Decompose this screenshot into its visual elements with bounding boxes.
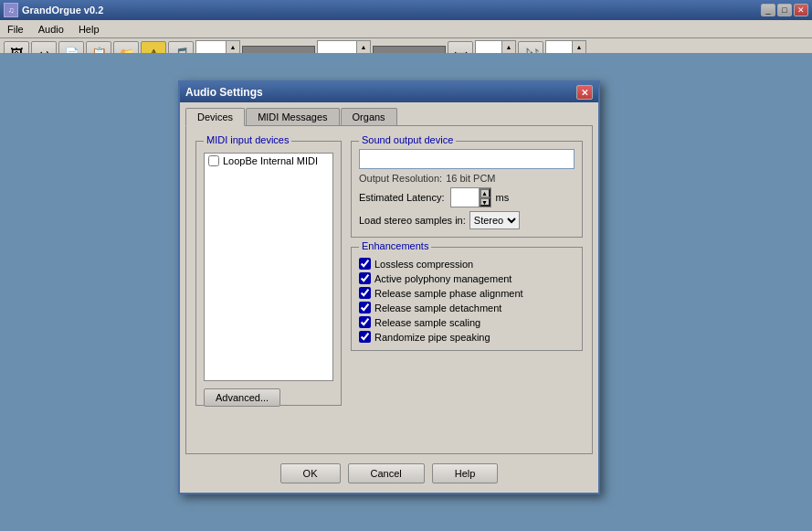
output-resolution-row: Output Resolution: 16 bit PCM <box>359 173 575 184</box>
enhancements-group: Enhancements Lossless compression Active… <box>351 247 583 351</box>
output-resolution-label: Output Resolution: <box>359 173 442 184</box>
maximize-button[interactable]: □ <box>777 4 792 16</box>
two-column-layout: MIDI input devices LoopBe Internal MIDI … <box>195 135 583 406</box>
latency-input[interactable]: 15 <box>451 188 479 207</box>
window-controls: _ □ ✕ <box>761 4 808 16</box>
tabs-container: Devices MIDI Messages Organs <box>180 102 598 125</box>
audio-settings-dialog: Audio Settings ✕ Devices MIDI Messages O… <box>178 80 600 494</box>
main-area: Audio Settings ✕ Devices MIDI Messages O… <box>0 53 812 531</box>
cancel-button[interactable]: Cancel <box>348 463 425 483</box>
tab-organs[interactable]: Organs <box>341 108 397 125</box>
latency-spinner: 15 ▲ ▼ <box>450 187 491 207</box>
polyphony-checkbox[interactable] <box>359 272 371 284</box>
lossless-label: Lossless compression <box>374 259 473 270</box>
advanced-button[interactable]: Advanced... <box>204 388 280 407</box>
menu-bar: File Audio Help <box>0 20 812 38</box>
midi-group-label: MIDI input devices <box>204 134 291 145</box>
loopbe-checkbox[interactable] <box>208 155 219 166</box>
scaling-checkbox[interactable] <box>359 316 371 328</box>
dialog-buttons: OK Cancel Help <box>180 454 598 493</box>
phase-alignment-label: Release sample phase alignment <box>374 288 523 299</box>
latency-spin-arrows: ▲ ▼ <box>479 188 490 207</box>
randomize-checkbox[interactable] <box>359 331 371 343</box>
midi-panel: MIDI input devices LoopBe Internal MIDI … <box>195 135 342 406</box>
phase-alignment-checkbox[interactable] <box>359 287 371 299</box>
latency-down[interactable]: ▼ <box>480 197 490 207</box>
menu-help[interactable]: Help <box>71 22 107 37</box>
dialog-title-bar: Audio Settings ✕ <box>180 82 598 102</box>
help-button[interactable]: Help <box>432 463 499 483</box>
stereo-label: Load stereo samples in: <box>359 215 466 226</box>
stereo-select[interactable]: Stereo Mono Ignore <box>469 211 520 229</box>
scaling-label: Release sample scaling <box>374 317 480 328</box>
sound-device-input[interactable]: DirectSound: Realtek HD Audio output <box>359 149 575 169</box>
title-bar: ♫ GrandOrgue v0.2 _ □ ✕ <box>0 0 812 20</box>
spinner-4-up[interactable]: ▲ <box>573 41 585 54</box>
enhancement-polyphony: Active polyphony management <box>359 272 575 284</box>
sound-output-label: Sound output device <box>359 134 456 145</box>
stereo-row: Load stereo samples in: Stereo Mono Igno… <box>359 211 575 229</box>
enhancement-scaling: Release sample scaling <box>359 316 575 328</box>
enhancement-randomize: Randomize pipe speaking <box>359 331 575 343</box>
spinner-1-up[interactable]: ▲ <box>227 41 239 54</box>
enhancement-lossless: Lossless compression <box>359 258 575 270</box>
polyphony-label: Active polyphony management <box>374 273 511 284</box>
menu-audio[interactable]: Audio <box>31 22 71 37</box>
enhancement-phase-alignment: Release sample phase alignment <box>359 287 575 299</box>
output-resolution-value: 16 bit PCM <box>446 173 495 184</box>
dialog-close-button[interactable]: ✕ <box>576 85 593 100</box>
dialog-title: Audio Settings <box>185 86 576 99</box>
sound-output-group: Sound output device DirectSound: Realtek… <box>351 141 583 238</box>
tab-midi-messages[interactable]: MIDI Messages <box>246 108 339 125</box>
menu-file[interactable]: File <box>0 22 31 37</box>
spinner-3-up[interactable]: ▲ <box>502 41 515 54</box>
minimize-button[interactable]: _ <box>761 4 775 16</box>
ms-label: ms <box>496 192 510 203</box>
app-icon: ♫ <box>4 3 18 17</box>
ok-button[interactable]: OK <box>280 463 341 483</box>
latency-up[interactable]: ▲ <box>480 188 490 197</box>
midi-group-box: MIDI input devices LoopBe Internal MIDI … <box>195 141 342 406</box>
spinner-2-up[interactable]: ▲ <box>357 41 370 54</box>
midi-device-list: LoopBe Internal MIDI <box>204 153 333 381</box>
loopbe-label: LoopBe Internal MIDI <box>223 155 318 166</box>
right-panel: Sound output device DirectSound: Realtek… <box>351 135 583 406</box>
list-item: LoopBe Internal MIDI <box>205 154 332 168</box>
tab-devices[interactable]: Devices <box>185 108 245 126</box>
latency-row: Estimated Latency: 15 ▲ ▼ ms <box>359 187 575 207</box>
close-button[interactable]: ✕ <box>794 4 808 16</box>
detachment-checkbox[interactable] <box>359 302 371 313</box>
lossless-checkbox[interactable] <box>359 258 371 270</box>
latency-label: Estimated Latency: <box>359 192 445 203</box>
tab-content-devices: MIDI input devices LoopBe Internal MIDI … <box>185 125 593 454</box>
app-title: GrandOrgue v0.2 <box>22 5 757 16</box>
enhancements-label: Enhancements <box>359 240 431 251</box>
enhancement-detachment: Release sample detachment <box>359 302 575 313</box>
randomize-label: Randomize pipe speaking <box>374 332 490 343</box>
detachment-label: Release sample detachment <box>374 303 501 313</box>
